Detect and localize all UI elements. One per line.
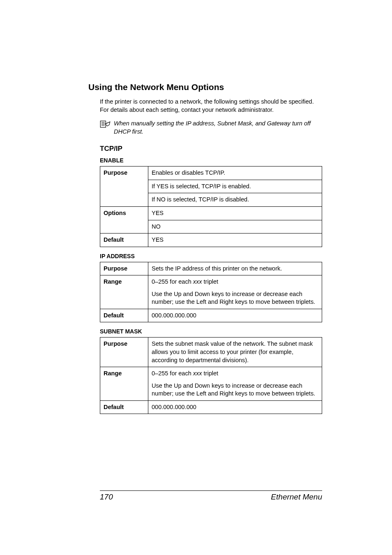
section-heading: Using the Network Menu Options (88, 82, 322, 92)
enable-heading: ENABLE (88, 157, 322, 164)
enable-options-1: YES (148, 206, 322, 220)
ip-purpose-label: Purpose (100, 262, 148, 275)
ip-range-prefix: 0–255 for each (152, 278, 193, 285)
page-number: 170 (100, 493, 113, 502)
subnet-range-suffix: triplet (202, 370, 219, 377)
footer-rule (100, 490, 322, 491)
enable-options-2: NO (148, 220, 322, 234)
note-text: When manually setting the IP address, Su… (114, 120, 322, 136)
subnet-range-var: xxx (193, 370, 202, 377)
ip-range-label: Range (100, 275, 148, 309)
enable-table: Purpose Enables or disables TCP/IP. If Y… (100, 166, 322, 247)
subnet-table: Purpose Sets the subnet mask value of th… (100, 337, 322, 414)
subnet-range-cell: 0–255 for each xxx triplet Use the Up an… (148, 367, 322, 401)
enable-default-val: YES (148, 234, 322, 247)
subnet-range-desc: Use the Up and Down keys to increase or … (152, 382, 318, 398)
subnet-default-val: 000.000.000.000 (148, 400, 322, 414)
ip-range-var: xxx (193, 278, 202, 285)
ip-table: Purpose Sets the IP address of this prin… (100, 262, 322, 323)
subnet-range-prefix: 0–255 for each (152, 370, 193, 377)
ip-range-cell: 0–255 for each xxx triplet Use the Up an… (148, 275, 322, 309)
ip-default-val: 000.000.000.000 (148, 309, 322, 322)
ip-range-desc: Use the Up and Down keys to increase or … (152, 290, 318, 306)
enable-default-label: Default (100, 234, 148, 247)
ip-range-suffix: triplet (202, 278, 219, 285)
subnet-purpose-text: Sets the subnet mask value of the networ… (148, 338, 322, 367)
subnet-heading: SUBNET MASK (88, 328, 322, 335)
tcpip-heading: TCP/IP (88, 145, 322, 153)
enable-purpose-1: Enables or disables TCP/IP. (148, 166, 322, 180)
intro-paragraph: If the printer is connected to a network… (88, 98, 322, 114)
subnet-purpose-label: Purpose (100, 338, 148, 367)
enable-purpose-3: If NO is selected, TCP/IP is disabled. (148, 193, 322, 207)
ip-default-label: Default (100, 309, 148, 322)
note-icon (100, 120, 111, 128)
subnet-default-label: Default (100, 400, 148, 414)
enable-purpose-label: Purpose (100, 166, 148, 207)
note-block: When manually setting the IP address, Su… (88, 120, 322, 136)
ip-heading: IP ADDRESS (88, 253, 322, 259)
enable-options-label: Options (100, 206, 148, 233)
ip-purpose-text: Sets the IP address of this printer on t… (148, 262, 322, 275)
svg-rect-0 (100, 121, 106, 127)
enable-purpose-2: If YES is selected, TCP/IP is enabled. (148, 180, 322, 193)
subnet-range-label: Range (100, 367, 148, 401)
page-footer: 170 Ethernet Menu (0, 490, 392, 502)
footer-title: Ethernet Menu (271, 493, 322, 502)
